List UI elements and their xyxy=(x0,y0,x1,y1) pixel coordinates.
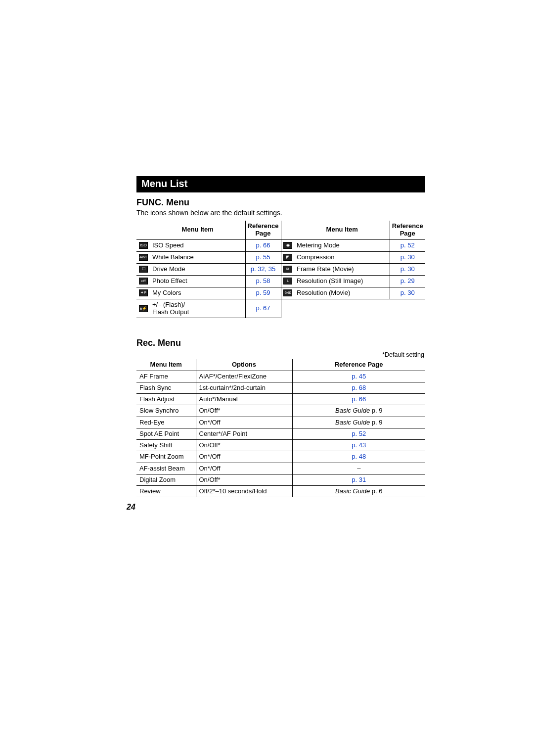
rec-default-note: *Default setting xyxy=(136,351,424,358)
func-icon-cell: off xyxy=(136,275,150,287)
func-label-cell: Drive Mode xyxy=(150,263,245,275)
func-ref-cell[interactable]: p. 67 xyxy=(245,299,281,318)
rec-th-options: Options xyxy=(196,359,292,371)
rec-ref-cell: Basic Guide p. 9 xyxy=(292,417,425,428)
rec-options-cell: On/Off* xyxy=(196,440,292,451)
rec-options-cell: On*/Off xyxy=(196,417,292,428)
func-th-ref-r: Reference Page xyxy=(390,221,425,239)
func-ref-cell[interactable]: p. 58 xyxy=(245,275,281,287)
rec-ref-cell[interactable]: p. 66 xyxy=(292,394,425,405)
page-reference-link: p. 55 xyxy=(256,253,270,261)
rec-options-cell: 1st-curtain*/2nd-curtain xyxy=(196,382,292,393)
rec-row: Safety ShiftOn/Off*p. 43 xyxy=(136,440,425,451)
rec-item-cell: AF Frame xyxy=(136,371,196,382)
func-ref-cell[interactable]: p. 32, 35 xyxy=(245,263,281,275)
rec-options-cell: On*/Off xyxy=(196,463,292,474)
rec-item-cell: Safety Shift xyxy=(136,440,196,451)
menu-icon: ISO xyxy=(139,242,148,249)
rec-row: AF-assist BeamOn*/Off– xyxy=(136,463,425,474)
page-reference-link[interactable]: p. 66 xyxy=(352,395,366,403)
rec-item-cell: Flash Adjust xyxy=(136,394,196,405)
page-reference-link: p. 52 xyxy=(400,241,415,249)
func-label-cell: Metering Mode xyxy=(295,239,390,251)
page-reference-link[interactable]: p. 43 xyxy=(352,441,366,449)
rec-options-cell: Center*/AF Point xyxy=(196,428,292,439)
rec-ref-cell[interactable]: p. 48 xyxy=(292,451,425,463)
rec-th-ref: Reference Page xyxy=(292,359,425,371)
page-reference-link: p. 58 xyxy=(256,277,270,284)
func-ref-cell[interactable]: p. 30 xyxy=(390,287,425,299)
func-ref-cell[interactable]: p. 55 xyxy=(245,251,281,263)
func-ref-cell[interactable]: p. 59 xyxy=(245,287,281,299)
rec-ref-cell[interactable]: p. 31 xyxy=(292,474,425,485)
page-reference-link: p. 29 xyxy=(400,277,415,284)
func-label-cell: Frame Rate (Movie) xyxy=(295,263,390,275)
rec-th-menuitem: Menu Item xyxy=(136,359,196,371)
func-label-cell: My Colors xyxy=(150,287,245,299)
func-label-cell: Resolution (Movie) xyxy=(295,287,390,299)
menu-icon: ◤ xyxy=(283,254,292,261)
func-th-menuitem-l: Menu Item xyxy=(150,221,245,239)
rec-item-cell: Review xyxy=(136,486,196,497)
func-menu-subtitle: The icons shown below are the default se… xyxy=(136,209,425,217)
rec-row: Spot AE PointCenter*/AF Pointp. 52 xyxy=(136,428,425,439)
rec-ref-cell[interactable]: p. 52 xyxy=(292,428,425,439)
func-ref-cell[interactable]: p. 52 xyxy=(390,239,425,251)
rec-item-cell: AF-assist Beam xyxy=(136,463,196,474)
func-row: ☐Drive Modep. 32, 35⧉Frame Rate (Movie)p… xyxy=(136,263,425,275)
guide-reference: Basic Guide xyxy=(335,407,370,414)
func-icon-cell: ◉ xyxy=(281,239,295,251)
page-reference-link[interactable]: p. 68 xyxy=(352,384,366,391)
guide-reference: Basic Guide xyxy=(335,419,370,426)
rec-options-cell: On/Off* xyxy=(196,405,292,417)
page-reference-link: p. 32, 35 xyxy=(251,265,276,273)
rec-menu-table: Menu Item Options Reference Page AF Fram… xyxy=(136,359,425,497)
rec-ref-cell[interactable]: p. 43 xyxy=(292,440,425,451)
rec-item-cell: Slow Synchro xyxy=(136,405,196,417)
func-th-icon-r xyxy=(281,221,295,239)
func-ref-cell[interactable]: p. 66 xyxy=(245,239,281,251)
func-menu-table: Menu Item Reference Page Menu Item Refer… xyxy=(136,221,425,318)
rec-ref-cell[interactable]: p. 45 xyxy=(292,371,425,382)
rec-item-cell: Red-Eye xyxy=(136,417,196,428)
rec-ref-cell[interactable]: p. 68 xyxy=(292,382,425,393)
page-reference-link[interactable]: p. 45 xyxy=(352,373,366,380)
func-ref-cell[interactable]: p. 29 xyxy=(390,275,425,287)
func-row: ±⚡+/– (Flash)/Flash Outputp. 67 xyxy=(136,299,425,318)
rec-item-cell: MF-Point Zoom xyxy=(136,451,196,463)
rec-options-cell: On/Off* xyxy=(196,474,292,485)
func-icon-cell: L xyxy=(281,275,295,287)
menu-icon: ◉ xyxy=(283,242,292,249)
func-icon-cell: ☐ xyxy=(136,263,150,275)
func-ref-cell[interactable]: p. 30 xyxy=(390,263,425,275)
func-icon-cell: ±⚡ xyxy=(136,299,150,318)
rec-ref-cell: – xyxy=(292,463,425,474)
rec-ref-cell: Basic Guide p. 6 xyxy=(292,486,425,497)
rec-item-cell: Digital Zoom xyxy=(136,474,196,485)
page-reference-link: p. 30 xyxy=(400,265,415,273)
menu-icon: ✦P xyxy=(139,289,148,296)
page-number: 24 xyxy=(127,503,135,512)
rec-ref-cell: Basic Guide p. 9 xyxy=(292,405,425,417)
rec-row: ReviewOff/2*–10 seconds/HoldBasic Guide … xyxy=(136,486,425,497)
func-icon-cell: 640 xyxy=(281,287,295,299)
rec-options-cell: Auto*/Manual xyxy=(196,394,292,405)
menu-icon: L xyxy=(283,278,292,284)
rec-row: Digital ZoomOn/Off*p. 31 xyxy=(136,474,425,485)
func-ref-cell[interactable]: p. 30 xyxy=(390,251,425,263)
func-menu-title: FUNC. Menu xyxy=(136,197,425,208)
rec-menu-title: Rec. Menu xyxy=(136,338,425,348)
menu-icon: ±⚡ xyxy=(139,305,148,312)
page-reference-link[interactable]: p. 31 xyxy=(352,476,366,483)
rec-row: Flash AdjustAuto*/Manualp. 66 xyxy=(136,394,425,405)
rec-row: Red-EyeOn*/OffBasic Guide p. 9 xyxy=(136,417,425,428)
page-reference-link[interactable]: p. 48 xyxy=(352,453,366,460)
func-icon-cell: AWB xyxy=(136,251,150,263)
page-reference-link: p. 66 xyxy=(256,241,270,249)
menu-icon: off xyxy=(139,278,148,284)
menu-icon: ☐ xyxy=(139,266,148,273)
func-row: ✦PMy Colorsp. 59640Resolution (Movie)p. … xyxy=(136,287,425,299)
func-label-cell: White Balance xyxy=(150,251,245,263)
page-reference-link[interactable]: p. 52 xyxy=(352,430,366,437)
func-label-cell: Resolution (Still Image) xyxy=(295,275,390,287)
